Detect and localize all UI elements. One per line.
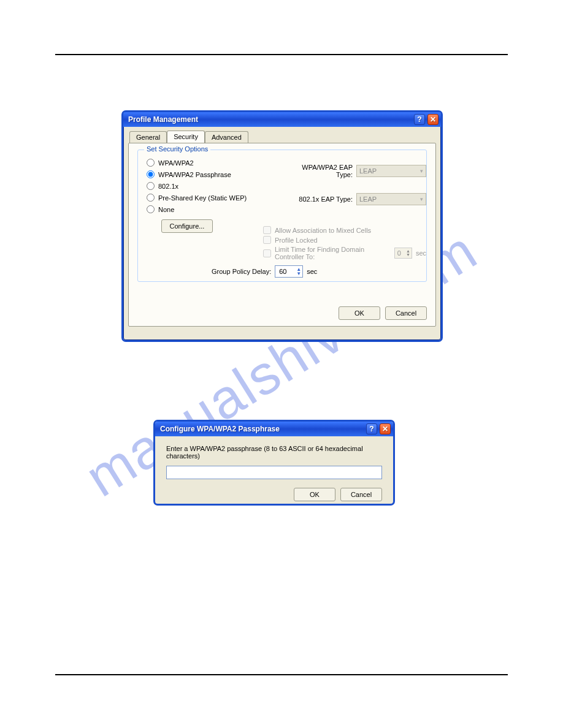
- radio-psk-input[interactable]: [147, 194, 155, 202]
- close-icon[interactable]: ✕: [380, 423, 391, 434]
- radio-wpa-passphrase-input[interactable]: [147, 170, 155, 178]
- tab-advanced[interactable]: Advanced: [205, 131, 248, 143]
- ok-button[interactable]: OK: [339, 306, 380, 320]
- radio-none-input[interactable]: [147, 205, 155, 213]
- gpd-value: 60: [279, 268, 286, 275]
- gpd-unit: sec: [307, 268, 317, 275]
- check-profile-locked: [263, 236, 271, 244]
- radio-psk-label: Pre-Shared Key (Static WEP): [158, 194, 247, 202]
- dot1x-eap-label: 802.1x EAP Type:: [285, 195, 353, 203]
- cancel-button[interactable]: Cancel: [385, 306, 427, 320]
- dot1x-eap-value: LEAP: [359, 195, 377, 203]
- check-allow-mixed-label: Allow Association to Mixed Cells: [275, 227, 371, 234]
- configure-button[interactable]: Configure...: [161, 219, 213, 233]
- help-icon[interactable]: ?: [366, 423, 377, 434]
- help-icon[interactable]: ?: [414, 114, 425, 125]
- tab-general[interactable]: General: [129, 131, 167, 143]
- radio-wpa[interactable]: WPA/WPA2: [147, 159, 275, 167]
- page-rule-top: [55, 54, 508, 55]
- check-limit-time: [263, 249, 271, 257]
- security-options-group: Set Security Options WPA/WPA2 WPA/WPA2 P…: [137, 150, 427, 282]
- radio-none[interactable]: None: [147, 205, 275, 213]
- radio-none-label: None: [158, 206, 174, 213]
- gpd-spinner[interactable]: 60 ▲▼: [275, 265, 303, 278]
- tab-security[interactable]: Security: [167, 131, 205, 143]
- tabstrip: General Security Advanced: [129, 131, 441, 143]
- group-legend: Set Security Options: [144, 145, 210, 153]
- radio-wpa-passphrase[interactable]: WPA/WPA2 Passphrase: [147, 170, 275, 178]
- page-rule-bottom: [55, 674, 508, 675]
- check-profile-locked-label: Profile Locked: [275, 237, 318, 244]
- dialog-title: Configure WPA/WPA2 Passphrase: [160, 425, 364, 433]
- wpa-eap-value: LEAP: [359, 167, 377, 175]
- wpa-eap-select: LEAP ▾: [356, 165, 426, 177]
- radio-8021x-input[interactable]: [147, 182, 155, 190]
- profile-management-dialog: Profile Management ? ✕ General Security …: [121, 110, 443, 342]
- limit-time-spinner: 0 ▲▼: [394, 248, 412, 259]
- titlebar: Configure WPA/WPA2 Passphrase ? ✕: [155, 422, 393, 436]
- radio-8021x[interactable]: 802.1x: [147, 182, 275, 190]
- titlebar: Profile Management ? ✕: [123, 112, 441, 127]
- dot1x-eap-select: LEAP ▾: [356, 193, 426, 205]
- dialog-title: Profile Management: [128, 115, 412, 124]
- close-icon[interactable]: ✕: [427, 114, 439, 125]
- radio-wpa-input[interactable]: [147, 159, 155, 167]
- chevron-down-icon: ▾: [420, 196, 423, 202]
- spin-down-icon: ▼: [406, 253, 410, 257]
- check-limit-time-label: Limit Time for Finding Domain Controller…: [275, 246, 391, 260]
- radio-wpa-passphrase-label: WPA/WPA2 Passphrase: [158, 171, 231, 178]
- passphrase-input[interactable]: [166, 466, 382, 479]
- check-allow-mixed: [263, 226, 271, 234]
- radio-8021x-label: 802.1x: [158, 183, 178, 190]
- ok-button[interactable]: OK: [294, 488, 335, 501]
- radio-psk[interactable]: Pre-Shared Key (Static WEP): [147, 194, 275, 202]
- chevron-down-icon: ▾: [420, 168, 423, 174]
- radio-wpa-label: WPA/WPA2: [158, 159, 194, 167]
- spin-down-icon[interactable]: ▼: [296, 271, 301, 276]
- limit-time-value: 0: [397, 249, 401, 257]
- limit-time-unit: sec: [416, 249, 426, 257]
- gpd-label: Group Policy Delay:: [212, 268, 271, 275]
- cancel-button[interactable]: Cancel: [340, 488, 382, 501]
- passphrase-instruction: Enter a WPA/WPA2 passphrase (8 to 63 ASC…: [166, 445, 382, 460]
- tab-panel-security: Set Security Options WPA/WPA2 WPA/WPA2 P…: [128, 143, 436, 327]
- configure-passphrase-dialog: Configure WPA/WPA2 Passphrase ? ✕ Enter …: [153, 420, 395, 506]
- wpa-eap-label: WPA/WPA2 EAP Type:: [285, 164, 353, 178]
